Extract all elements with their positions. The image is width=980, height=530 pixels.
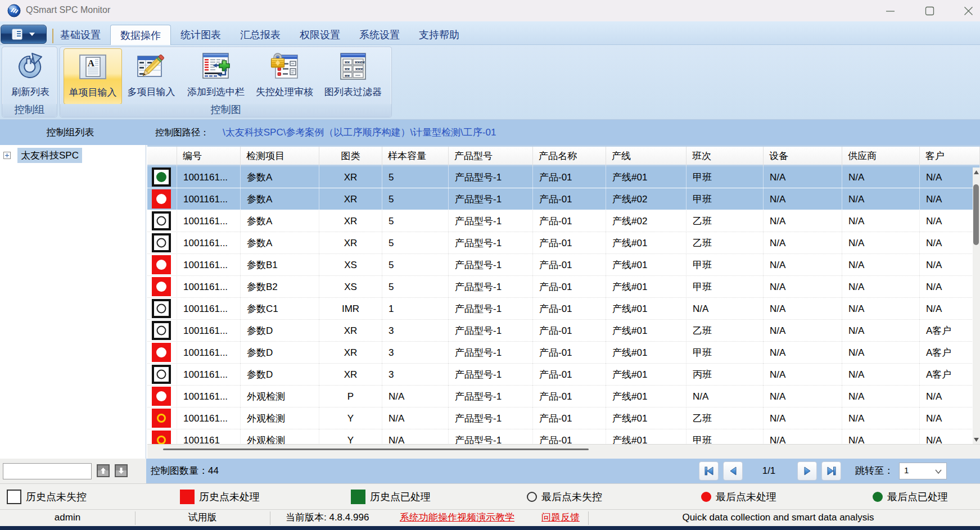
bottom-accent-strip [0,526,980,530]
cell-2: XS [319,254,382,276]
cell-7: 甲班 [687,254,764,276]
scrollbar-thumb[interactable] [973,184,979,245]
cell-9: N/A [842,210,920,232]
status-icon-white-outline [152,211,171,230]
tree-item-label[interactable]: 太友科技SPC [17,148,82,163]
cell-8: N/A [764,320,842,342]
tab-0[interactable]: 基础设置 [51,25,110,45]
ribbon-button-add-to-selected[interactable]: 添加到选中栏 [179,48,253,105]
cell-9: N/A [842,364,920,386]
cell-5: 产品-01 [533,298,606,320]
minimize-button[interactable] [877,0,903,21]
table-row[interactable]: 1001161...外观检测PN/A产品型号-1产品-01产线#01N/AN/A… [147,386,980,407]
status-icon-red-yellow [152,409,171,428]
tab-6[interactable]: 支持帮助 [409,25,469,45]
ribbon-button-chart-list-filter[interactable]: xxxxcx xxxxx xx 图列表过滤器 [316,48,390,105]
ribbon-button-multi-entry[interactable]: 多项目输入 [122,48,180,105]
video-tutorial-link[interactable]: 系统功能操作视频演示教学 [400,510,514,527]
goto-page-select[interactable]: 1 [899,463,947,479]
hscrollbar-thumb[interactable] [163,449,589,450]
table-row[interactable]: 1001161外观检测YN/A产品型号-1产品-01产线#01甲班N/AN/AN… [147,429,980,444]
tab-3[interactable]: 汇总报表 [231,25,290,45]
column-header-1[interactable]: 编号 [177,147,241,168]
table-row[interactable]: 1001161...参数AXR5产品型号-1产品-01产线#02乙班N/AN/A… [147,210,980,232]
chevron-down-icon [29,32,35,37]
scroll-up-icon[interactable] [973,167,980,176]
tab-4[interactable]: 权限设置 [290,25,350,45]
cell-3: 5 [382,232,449,254]
table-row[interactable]: 1001161...参数DXR3产品型号-1产品-01产线#01乙班N/AN/A… [147,320,980,342]
column-header-0[interactable] [147,147,177,168]
column-header-11[interactable]: 客户 [920,147,980,168]
tree-next-button[interactable] [115,464,128,477]
cell-3: 5 [382,276,449,298]
column-header-9[interactable]: 设备 [764,147,842,168]
cell-5: 产品-01 [533,276,606,298]
status-icon-red-white [152,387,171,406]
table-row[interactable]: 1001161...参数B2XS5产品型号-1产品-01产线#01甲班N/AN/… [147,276,980,298]
table-row[interactable]: 1001161...参数AXR5产品型号-1产品-01产线#02甲班N/AN/A… [147,188,980,210]
cell-10: N/A [920,166,980,188]
ribbon-button-single-entry[interactable]: A 单项目输入 [64,48,122,105]
ribbon-group-label: 控制图 [60,104,391,117]
status-slogan: Quick data collection and smart data ana… [588,510,968,527]
status-icon-red-white [152,277,171,296]
column-header-8[interactable]: 班次 [687,147,764,168]
ribbon-button-label: 失控处理审核 [256,85,313,98]
cell-5: 产品-01 [533,254,606,276]
prev-page-button[interactable] [723,461,743,481]
close-button[interactable] [955,0,980,21]
app-menu-icon [12,29,24,40]
tree-prev-button[interactable] [97,464,110,477]
table-row[interactable]: 1001161...参数AXR5产品型号-1产品-01产线#01甲班N/AN/A… [147,166,980,188]
cell-4: 产品型号-1 [449,210,533,232]
cell-9: N/A [842,342,920,364]
column-header-6[interactable]: 产品名称 [533,147,606,168]
cell-8: N/A [764,166,842,188]
table-row[interactable]: 1001161...参数DXR3产品型号-1产品-01产线#01甲班N/AN/A… [147,342,980,364]
cell-2: XR [319,166,382,188]
cell-0: 1001161... [177,407,241,429]
tab-5[interactable]: 系统设置 [350,25,409,45]
table-row[interactable]: 1001161...参数B1XS5产品型号-1产品-01产线#01甲班N/AN/… [147,254,980,276]
column-header-5[interactable]: 产品型号 [449,147,533,168]
first-page-button[interactable] [699,461,719,481]
chart-path-label: 控制图路径： [155,120,209,145]
tree-item-root[interactable]: 太友科技SPC [0,147,82,164]
cell-4: 产品型号-1 [449,342,533,364]
column-header-10[interactable]: 供应商 [842,147,920,168]
legend-item-3: 最后点未失控 [527,484,602,510]
last-page-button[interactable] [821,461,841,481]
scroll-down-icon[interactable] [973,435,980,444]
status-user: admin [0,510,135,527]
column-header-3[interactable]: 图类 [319,147,382,168]
table-row[interactable]: 1001161...外观检测YN/A产品型号-1产品-01产线#01乙班N/AN… [147,407,980,429]
horizontal-scrollbar[interactable] [147,444,980,459]
column-header-7[interactable]: 产线 [606,147,687,168]
table-row[interactable]: 1001161...参数C1IMR1产品型号-1产品-01产线#01N/AN/A… [147,298,980,320]
cell-9: N/A [842,232,920,254]
application-menu-button[interactable] [1,25,47,44]
legend-label: 历史点未失控 [26,490,87,504]
last-point-dot-white [156,194,166,204]
ribbon-button-refresh[interactable]: 刷新列表 [3,48,58,105]
next-page-button[interactable] [797,461,817,481]
column-header-4[interactable]: 样本容量 [382,147,449,168]
table-row[interactable]: 1001161...参数DXR3产品型号-1产品-01产线#01丙班N/AN/A… [147,364,980,386]
tab-2[interactable]: 统计图表 [171,25,231,45]
tab-1[interactable]: 数据操作 [110,25,171,45]
cell-4: 产品型号-1 [449,298,533,320]
tree-expand-icon[interactable] [3,152,11,159]
vertical-scrollbar[interactable] [973,167,980,444]
column-header-2[interactable]: 检测项目 [241,147,319,168]
last-point-dot-outline [157,370,166,379]
status-version: 当前版本: 4.8.4.996 [286,510,369,527]
ribbon-button-out-of-control-audit[interactable]: 失控处理审核 [247,48,322,105]
tree-search-input[interactable] [3,463,92,479]
feedback-link[interactable]: 问题反馈 [541,510,580,527]
table-row[interactable]: 1001161...参数AXR5产品型号-1产品-01产线#01乙班N/AN/A… [147,232,980,254]
last-point-dot-outline [157,304,166,314]
maximize-button[interactable] [916,0,942,21]
cell-6: 产线#01 [606,364,687,386]
cell-8: N/A [764,276,842,298]
